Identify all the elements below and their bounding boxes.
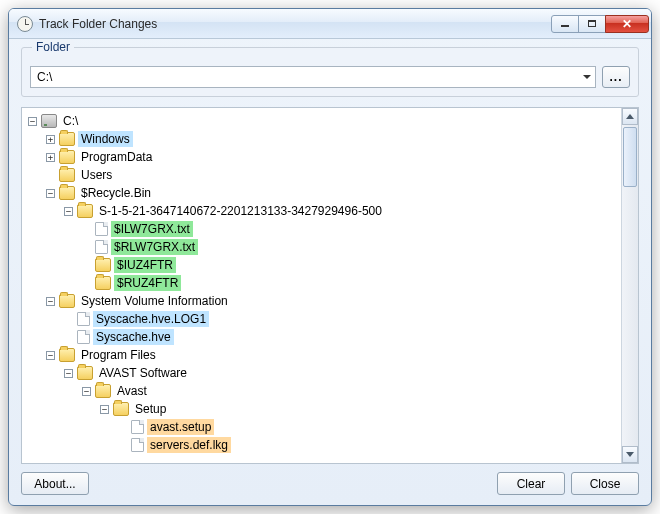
tree-node-file[interactable]: Syscache.hve: [24, 328, 619, 346]
tree-node-svi[interactable]: − System Volume Information: [24, 292, 619, 310]
tree-label: $RUZ4FTR: [114, 275, 181, 291]
drive-icon: [41, 114, 57, 128]
maximize-button[interactable]: [578, 15, 606, 33]
close-window-button[interactable]: ✕: [605, 15, 649, 33]
tree-label: Syscache.hve.LOG1: [93, 311, 209, 327]
chevron-down-icon: [583, 75, 591, 79]
folder-path-value: C:\: [37, 70, 52, 84]
clear-button[interactable]: Clear: [497, 472, 565, 495]
file-icon: [131, 420, 144, 434]
clock-icon: [17, 16, 33, 32]
vertical-scrollbar[interactable]: [621, 108, 638, 463]
tree-node-windows[interactable]: + Windows: [24, 130, 619, 148]
browse-button[interactable]: ...: [602, 66, 630, 88]
scroll-track[interactable]: [622, 125, 638, 446]
scroll-down-button[interactable]: [622, 446, 638, 463]
folder-icon: [59, 348, 75, 362]
app-window: Track Folder Changes ✕ Folder C:\ ...: [8, 8, 652, 506]
tree-node-setup[interactable]: − Setup: [24, 400, 619, 418]
tree-label: AVAST Software: [96, 365, 190, 381]
folder-icon: [59, 186, 75, 200]
folder-icon: [95, 276, 111, 290]
scroll-thumb[interactable]: [623, 127, 637, 187]
collapse-icon[interactable]: −: [64, 207, 73, 216]
about-button[interactable]: About...: [21, 472, 89, 495]
collapse-icon[interactable]: −: [82, 387, 91, 396]
collapse-icon[interactable]: −: [46, 297, 55, 306]
tree-node-file[interactable]: Syscache.hve.LOG1: [24, 310, 619, 328]
titlebar: Track Folder Changes ✕: [9, 9, 651, 39]
folder-icon: [59, 294, 75, 308]
tree-label: Users: [78, 167, 115, 183]
tree-node-file[interactable]: servers.def.lkg: [24, 436, 619, 454]
tree-node-folder[interactable]: $IUZ4FTR: [24, 256, 619, 274]
file-icon: [95, 222, 108, 236]
folder-icon: [95, 384, 111, 398]
tree-label: S-1-5-21-3647140672-2201213133-342792949…: [96, 203, 385, 219]
tree-node-folder[interactable]: $RUZ4FTR: [24, 274, 619, 292]
collapse-icon[interactable]: −: [64, 369, 73, 378]
tree-label: Program Files: [78, 347, 159, 363]
expand-icon[interactable]: +: [46, 135, 55, 144]
scroll-up-button[interactable]: [622, 108, 638, 125]
window-controls: ✕: [552, 15, 649, 33]
window-title: Track Folder Changes: [39, 17, 157, 31]
folder-icon: [113, 402, 129, 416]
tree-node-file[interactable]: avast.setup: [24, 418, 619, 436]
folder-group: Folder C:\ ...: [21, 47, 639, 97]
folder-tree[interactable]: − C:\ + Windows + ProgramData: [22, 108, 621, 463]
expand-icon[interactable]: +: [46, 153, 55, 162]
tree-node-file[interactable]: $RLW7GRX.txt: [24, 238, 619, 256]
folder-path-combo[interactable]: C:\: [30, 66, 596, 88]
close-button[interactable]: Close: [571, 472, 639, 495]
tree-node-pf[interactable]: − Program Files: [24, 346, 619, 364]
tree-label: Setup: [132, 401, 169, 417]
collapse-icon[interactable]: −: [46, 189, 55, 198]
tree-label: avast.setup: [147, 419, 214, 435]
collapse-icon[interactable]: −: [100, 405, 109, 414]
tree-label: C:\: [60, 113, 81, 129]
tree-label: servers.def.lkg: [147, 437, 231, 453]
tree-label: $ILW7GRX.txt: [111, 221, 193, 237]
minimize-button[interactable]: [551, 15, 579, 33]
tree-node-sid[interactable]: − S-1-5-21-3647140672-2201213133-3427929…: [24, 202, 619, 220]
tree-label: $Recycle.Bin: [78, 185, 154, 201]
folder-group-label: Folder: [32, 40, 74, 54]
file-icon: [77, 330, 90, 344]
folder-icon: [77, 204, 93, 218]
tree-node-users[interactable]: Users: [24, 166, 619, 184]
tree-label: $RLW7GRX.txt: [111, 239, 198, 255]
tree-node-file[interactable]: $ILW7GRX.txt: [24, 220, 619, 238]
tree-node-recycle[interactable]: − $Recycle.Bin: [24, 184, 619, 202]
tree-node-avast[interactable]: − Avast: [24, 382, 619, 400]
tree-node-avastsw[interactable]: − AVAST Software: [24, 364, 619, 382]
folder-icon: [77, 366, 93, 380]
tree-label: ProgramData: [78, 149, 155, 165]
tree-node-programdata[interactable]: + ProgramData: [24, 148, 619, 166]
file-icon: [77, 312, 90, 326]
tree-label: Windows: [78, 131, 133, 147]
folder-icon: [59, 168, 75, 182]
tree-label: System Volume Information: [78, 293, 231, 309]
tree-node-root[interactable]: − C:\: [24, 112, 619, 130]
tree-label: $IUZ4FTR: [114, 257, 176, 273]
tree-panel: − C:\ + Windows + ProgramData: [21, 107, 639, 464]
folder-icon: [59, 150, 75, 164]
collapse-icon[interactable]: −: [28, 117, 37, 126]
file-icon: [131, 438, 144, 452]
tree-label: Avast: [114, 383, 150, 399]
file-icon: [95, 240, 108, 254]
collapse-icon[interactable]: −: [46, 351, 55, 360]
client-area: Folder C:\ ... − C:\ +: [21, 47, 639, 495]
folder-icon: [59, 132, 75, 146]
folder-icon: [95, 258, 111, 272]
button-bar: About... Clear Close: [21, 472, 639, 495]
tree-label: Syscache.hve: [93, 329, 174, 345]
